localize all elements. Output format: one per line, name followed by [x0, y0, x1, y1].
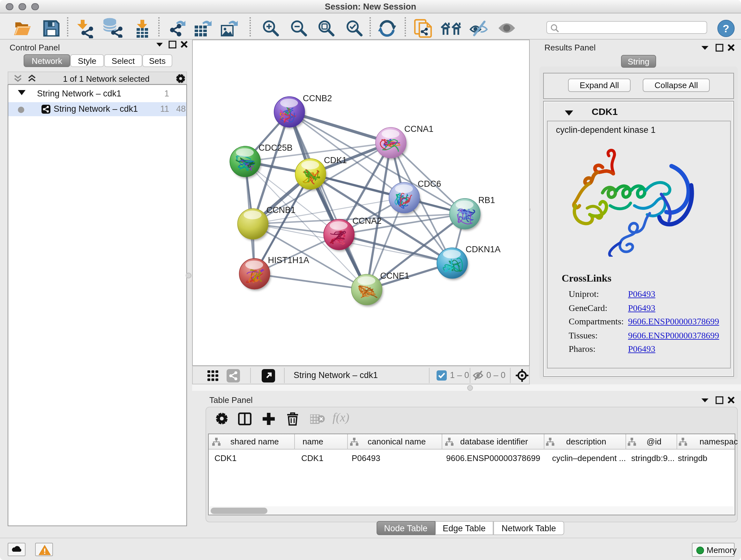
svg-text:CCNA1: CCNA1 [404, 124, 434, 134]
svg-text:CDC6: CDC6 [418, 179, 441, 189]
svg-text:CCNE1: CCNE1 [380, 271, 409, 281]
svg-text:CCNB2: CCNB2 [303, 94, 332, 103]
svg-text:CDK1: CDK1 [324, 155, 347, 165]
svg-text:HIST1H1A: HIST1H1A [268, 255, 309, 265]
svg-text:CDC25B: CDC25B [259, 143, 293, 152]
svg-text:CDKN1A: CDKN1A [466, 245, 501, 254]
svg-text:RB1: RB1 [478, 195, 495, 205]
svg-text:CCNB1: CCNB1 [266, 205, 295, 215]
svg-text:?: ? [723, 22, 730, 34]
svg-text:CCNA2: CCNA2 [352, 216, 382, 226]
